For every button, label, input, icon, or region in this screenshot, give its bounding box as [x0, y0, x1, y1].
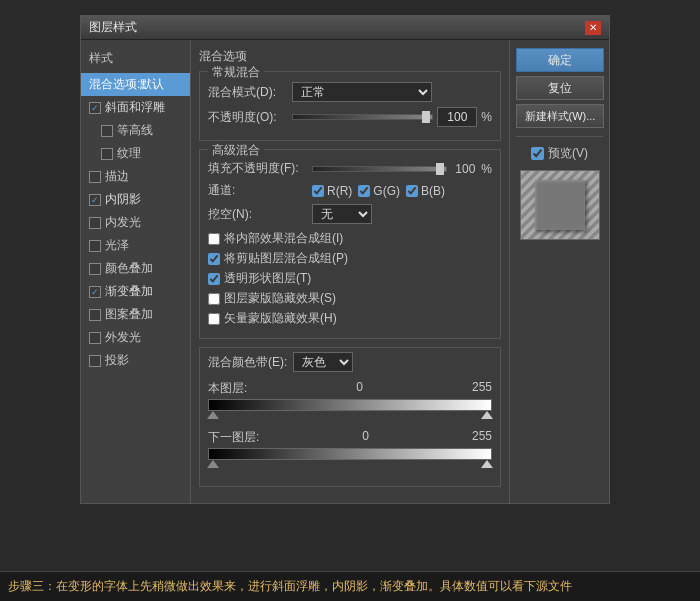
- blend-color-group: 混合颜色带(E): 灰色 本图层: 0 255: [199, 347, 501, 487]
- option5-row[interactable]: 矢量蒙版隐藏效果(H): [208, 310, 492, 327]
- this-layer-label-row: 本图层: 0 255: [208, 380, 492, 397]
- sidebar-item-label: 混合选项:默认: [89, 76, 164, 93]
- sidebar-item-satin[interactable]: 光泽: [81, 234, 190, 257]
- channel-g-label[interactable]: G(G): [358, 184, 400, 198]
- right-panel: 确定 复位 新建样式(W)... 预览(V): [509, 40, 609, 503]
- sidebar-item-color-overlay[interactable]: 颜色叠加: [81, 257, 190, 280]
- opacity-input[interactable]: [437, 107, 477, 127]
- dialog-close-button[interactable]: ✕: [585, 21, 601, 35]
- sidebar-item-pattern-overlay[interactable]: 图案叠加: [81, 303, 190, 326]
- preview-label: 预览(V): [516, 145, 603, 162]
- option5-label: 矢量蒙版隐藏效果(H): [224, 310, 337, 327]
- main-content: 混合选项 常规混合 混合模式(D): 正常: [191, 40, 509, 503]
- gradient-overlay-checkbox[interactable]: [89, 286, 101, 298]
- this-layer-section: 本图层: 0 255: [208, 380, 492, 411]
- knockout-label: 挖空(N):: [208, 206, 308, 223]
- outer-glow-checkbox[interactable]: [89, 332, 101, 344]
- blend-color-select[interactable]: 灰色: [293, 352, 353, 372]
- preview-inner: [535, 180, 585, 230]
- opacity-slider-container[interactable]: [292, 114, 433, 120]
- this-layer-gradient-track[interactable]: [208, 399, 492, 411]
- channel-r-label[interactable]: R(R): [312, 184, 352, 198]
- channels-checkboxes: R(R) G(G) B(B): [312, 184, 445, 198]
- option5-checkbox[interactable]: [208, 313, 220, 325]
- next-layer-right-thumb[interactable]: [481, 460, 493, 468]
- options-group: 将内部效果混合成组(I) 将剪贴图层混合成组(P) 透明形状图层(T): [208, 230, 492, 327]
- sidebar: 样式 混合选项:默认 斜面和浮雕 等高线 纹理: [81, 40, 191, 503]
- next-layer-section: 下一图层: 0 255: [208, 429, 492, 460]
- inner-glow-checkbox[interactable]: [89, 217, 101, 229]
- sidebar-title: 样式: [81, 48, 190, 73]
- channel-b-label[interactable]: B(B): [406, 184, 445, 198]
- texture-checkbox[interactable]: [101, 148, 113, 160]
- this-layer-left-thumb[interactable]: [207, 411, 219, 419]
- this-layer-right-thumb[interactable]: [481, 411, 493, 419]
- fill-opacity-unit: %: [481, 162, 492, 176]
- status-bar: 步骤三：在变形的字体上先稍微做出效果来，进行斜面浮雕，内阴影，渐变叠加。具体数值…: [0, 571, 700, 601]
- opacity-slider-track[interactable]: [292, 114, 433, 120]
- option3-checkbox[interactable]: [208, 273, 220, 285]
- blend-color-label: 混合颜色带(E):: [208, 354, 287, 371]
- sidebar-item-label: 内阴影: [105, 191, 141, 208]
- stroke-checkbox[interactable]: [89, 171, 101, 183]
- this-layer-label: 本图层:: [208, 380, 247, 397]
- next-layer-max: 255: [472, 429, 492, 446]
- channels-label: 通道:: [208, 182, 308, 199]
- ok-button[interactable]: 确定: [516, 48, 604, 72]
- sidebar-item-bevel-emboss[interactable]: 斜面和浮雕: [81, 96, 190, 119]
- option1-row[interactable]: 将内部效果混合成组(I): [208, 230, 492, 247]
- sidebar-item-label: 投影: [105, 352, 129, 369]
- sidebar-item-inner-glow[interactable]: 内发光: [81, 211, 190, 234]
- opacity-slider-thumb[interactable]: [422, 111, 430, 123]
- channel-r-checkbox[interactable]: [312, 185, 324, 197]
- option1-checkbox[interactable]: [208, 233, 220, 245]
- reset-button[interactable]: 复位: [516, 76, 604, 100]
- option2-row[interactable]: 将剪贴图层混合成组(P): [208, 250, 492, 267]
- satin-checkbox[interactable]: [89, 240, 101, 252]
- fill-opacity-label: 填充不透明度(F):: [208, 160, 308, 177]
- channel-b-checkbox[interactable]: [406, 185, 418, 197]
- new-style-button[interactable]: 新建样式(W)...: [516, 104, 604, 128]
- sidebar-item-label: 描边: [105, 168, 129, 185]
- next-layer-left-thumb[interactable]: [207, 460, 219, 468]
- option4-checkbox[interactable]: [208, 293, 220, 305]
- sidebar-item-label: 纹理: [117, 145, 141, 162]
- option1-label: 将内部效果混合成组(I): [224, 230, 343, 247]
- fill-opacity-track[interactable]: [312, 166, 447, 172]
- blend-color-row: 混合颜色带(E): 灰色: [208, 352, 492, 372]
- option3-row[interactable]: 透明形状图层(T): [208, 270, 492, 287]
- sidebar-item-texture[interactable]: 纹理: [81, 142, 190, 165]
- fill-opacity-thumb[interactable]: [436, 163, 444, 175]
- sidebar-item-label: 外发光: [105, 329, 141, 346]
- fill-opacity-value: 100: [455, 162, 475, 176]
- option3-label: 透明形状图层(T): [224, 270, 311, 287]
- sidebar-item-label: 内发光: [105, 214, 141, 231]
- drop-shadow-checkbox[interactable]: [89, 355, 101, 367]
- contour-checkbox[interactable]: [101, 125, 113, 137]
- sidebar-item-stroke[interactable]: 描边: [81, 165, 190, 188]
- dialog-title-bar: 图层样式 ✕: [81, 16, 609, 40]
- bevel-checkbox[interactable]: [89, 102, 101, 114]
- inner-shadow-checkbox[interactable]: [89, 194, 101, 206]
- sidebar-item-gradient-overlay[interactable]: 渐变叠加: [81, 280, 190, 303]
- sidebar-item-blend-options[interactable]: 混合选项:默认: [81, 73, 190, 96]
- sidebar-item-drop-shadow[interactable]: 投影: [81, 349, 190, 372]
- fill-opacity-row: 填充不透明度(F): 100 %: [208, 160, 492, 177]
- sidebar-item-label: 颜色叠加: [105, 260, 153, 277]
- channel-g-checkbox[interactable]: [358, 185, 370, 197]
- normal-blend-group: 常规混合 混合模式(D): 正常 不透明度(O):: [199, 71, 501, 141]
- sidebar-item-inner-shadow[interactable]: 内阴影: [81, 188, 190, 211]
- option2-checkbox[interactable]: [208, 253, 220, 265]
- sidebar-item-outer-glow[interactable]: 外发光: [81, 326, 190, 349]
- knockout-select[interactable]: 无: [312, 204, 372, 224]
- next-layer-gradient-track[interactable]: [208, 448, 492, 460]
- preview-checkbox[interactable]: [531, 147, 544, 160]
- blend-mode-select[interactable]: 正常: [292, 82, 432, 102]
- option4-row[interactable]: 图层蒙版隐藏效果(S): [208, 290, 492, 307]
- color-overlay-checkbox[interactable]: [89, 263, 101, 275]
- knockout-row: 挖空(N): 无: [208, 204, 492, 224]
- sidebar-item-contour[interactable]: 等高线: [81, 119, 190, 142]
- pattern-overlay-checkbox[interactable]: [89, 309, 101, 321]
- fill-opacity-slider[interactable]: [312, 166, 447, 172]
- preview-text: 预览(V): [548, 145, 588, 162]
